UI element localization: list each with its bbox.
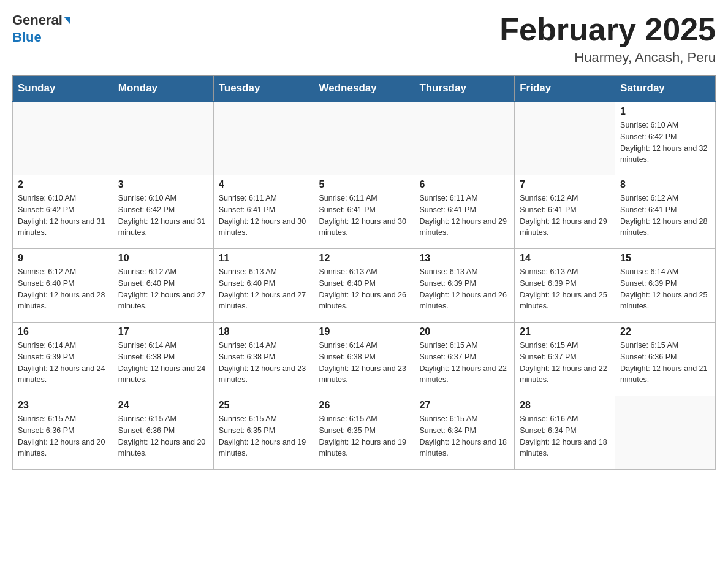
day-info: Sunrise: 6:13 AM Sunset: 6:40 PM Dayligh…	[319, 266, 409, 312]
calendar-cell: 28Sunrise: 6:16 AM Sunset: 6:34 PM Dayli…	[515, 396, 615, 470]
calendar-cell: 11Sunrise: 6:13 AM Sunset: 6:40 PM Dayli…	[213, 249, 314, 323]
day-number: 16	[18, 326, 108, 337]
page-header: General Blue February 2025 Huarmey, Anca…	[12, 12, 716, 66]
calendar-cell: 18Sunrise: 6:14 AM Sunset: 6:38 PM Dayli…	[213, 323, 314, 396]
day-info: Sunrise: 6:12 AM Sunset: 6:41 PM Dayligh…	[520, 193, 610, 239]
day-info: Sunrise: 6:14 AM Sunset: 6:39 PM Dayligh…	[620, 266, 710, 312]
day-number: 14	[520, 253, 610, 264]
logo: General Blue	[12, 12, 70, 45]
calendar-cell: 10Sunrise: 6:12 AM Sunset: 6:40 PM Dayli…	[113, 249, 213, 323]
day-info: Sunrise: 6:15 AM Sunset: 6:34 PM Dayligh…	[419, 413, 509, 459]
calendar-cell	[615, 396, 716, 470]
day-number: 2	[18, 179, 108, 190]
day-info: Sunrise: 6:14 AM Sunset: 6:38 PM Dayligh…	[319, 340, 409, 386]
day-info: Sunrise: 6:15 AM Sunset: 6:36 PM Dayligh…	[18, 413, 108, 459]
calendar-cell	[314, 102, 414, 175]
calendar-week-1: 2Sunrise: 6:10 AM Sunset: 6:42 PM Daylig…	[13, 175, 716, 249]
day-number: 26	[319, 400, 409, 411]
calendar-cell: 19Sunrise: 6:14 AM Sunset: 6:38 PM Dayli…	[314, 323, 414, 396]
day-number: 1	[620, 106, 710, 117]
day-number: 18	[219, 326, 309, 337]
calendar-header-row: SundayMondayTuesdayWednesdayThursdayFrid…	[13, 76, 716, 102]
day-header-friday: Friday	[515, 76, 615, 102]
calendar-cell: 1Sunrise: 6:10 AM Sunset: 6:42 PM Daylig…	[615, 102, 716, 175]
calendar-cell: 15Sunrise: 6:14 AM Sunset: 6:39 PM Dayli…	[615, 249, 716, 323]
day-header-saturday: Saturday	[615, 76, 716, 102]
day-info: Sunrise: 6:13 AM Sunset: 6:40 PM Dayligh…	[219, 266, 309, 312]
calendar-cell: 8Sunrise: 6:12 AM Sunset: 6:41 PM Daylig…	[615, 175, 716, 249]
month-title: February 2025	[499, 12, 716, 47]
calendar-cell: 17Sunrise: 6:14 AM Sunset: 6:38 PM Dayli…	[113, 323, 213, 396]
calendar-cell	[113, 102, 213, 175]
day-number: 7	[520, 179, 610, 190]
day-info: Sunrise: 6:12 AM Sunset: 6:41 PM Dayligh…	[620, 193, 710, 239]
day-info: Sunrise: 6:14 AM Sunset: 6:39 PM Dayligh…	[18, 340, 108, 386]
day-number: 19	[319, 326, 409, 337]
day-info: Sunrise: 6:15 AM Sunset: 6:36 PM Dayligh…	[118, 413, 208, 459]
day-number: 28	[520, 400, 610, 411]
calendar-cell: 24Sunrise: 6:15 AM Sunset: 6:36 PM Dayli…	[113, 396, 213, 470]
calendar-cell: 12Sunrise: 6:13 AM Sunset: 6:40 PM Dayli…	[314, 249, 414, 323]
day-info: Sunrise: 6:10 AM Sunset: 6:42 PM Dayligh…	[18, 193, 108, 239]
day-header-monday: Monday	[113, 76, 213, 102]
calendar-cell	[13, 102, 113, 175]
calendar-cell: 23Sunrise: 6:15 AM Sunset: 6:36 PM Dayli…	[13, 396, 113, 470]
day-info: Sunrise: 6:12 AM Sunset: 6:40 PM Dayligh…	[18, 266, 108, 312]
calendar-cell: 25Sunrise: 6:15 AM Sunset: 6:35 PM Dayli…	[213, 396, 314, 470]
calendar-cell: 5Sunrise: 6:11 AM Sunset: 6:41 PM Daylig…	[314, 175, 414, 249]
day-number: 6	[419, 179, 509, 190]
day-header-wednesday: Wednesday	[314, 76, 414, 102]
day-number: 5	[319, 179, 409, 190]
logo-blue-text: Blue	[12, 29, 42, 45]
calendar-week-2: 9Sunrise: 6:12 AM Sunset: 6:40 PM Daylig…	[13, 249, 716, 323]
calendar-cell: 16Sunrise: 6:14 AM Sunset: 6:39 PM Dayli…	[13, 323, 113, 396]
day-header-thursday: Thursday	[414, 76, 515, 102]
calendar-table: SundayMondayTuesdayWednesdayThursdayFrid…	[12, 75, 716, 470]
day-number: 11	[219, 253, 309, 264]
day-info: Sunrise: 6:15 AM Sunset: 6:35 PM Dayligh…	[319, 413, 409, 459]
day-info: Sunrise: 6:16 AM Sunset: 6:34 PM Dayligh…	[520, 413, 610, 459]
calendar-cell: 9Sunrise: 6:12 AM Sunset: 6:40 PM Daylig…	[13, 249, 113, 323]
day-info: Sunrise: 6:15 AM Sunset: 6:36 PM Dayligh…	[620, 340, 710, 386]
day-info: Sunrise: 6:10 AM Sunset: 6:42 PM Dayligh…	[118, 193, 208, 239]
day-info: Sunrise: 6:11 AM Sunset: 6:41 PM Dayligh…	[319, 193, 409, 239]
calendar-cell: 20Sunrise: 6:15 AM Sunset: 6:37 PM Dayli…	[414, 323, 515, 396]
calendar-cell	[414, 102, 515, 175]
day-info: Sunrise: 6:10 AM Sunset: 6:42 PM Dayligh…	[620, 120, 710, 166]
logo-arrow-icon	[64, 17, 70, 24]
calendar-week-0: 1Sunrise: 6:10 AM Sunset: 6:42 PM Daylig…	[13, 102, 716, 175]
day-number: 27	[419, 400, 509, 411]
day-info: Sunrise: 6:14 AM Sunset: 6:38 PM Dayligh…	[118, 340, 208, 386]
day-header-tuesday: Tuesday	[213, 76, 314, 102]
day-number: 10	[118, 253, 208, 264]
day-number: 24	[118, 400, 208, 411]
day-number: 13	[419, 253, 509, 264]
day-info: Sunrise: 6:11 AM Sunset: 6:41 PM Dayligh…	[219, 193, 309, 239]
day-number: 9	[18, 253, 108, 264]
day-number: 20	[419, 326, 509, 337]
calendar-cell: 27Sunrise: 6:15 AM Sunset: 6:34 PM Dayli…	[414, 396, 515, 470]
calendar-week-4: 23Sunrise: 6:15 AM Sunset: 6:36 PM Dayli…	[13, 396, 716, 470]
day-info: Sunrise: 6:12 AM Sunset: 6:40 PM Dayligh…	[118, 266, 208, 312]
day-info: Sunrise: 6:11 AM Sunset: 6:41 PM Dayligh…	[419, 193, 509, 239]
calendar-cell: 7Sunrise: 6:12 AM Sunset: 6:41 PM Daylig…	[515, 175, 615, 249]
day-info: Sunrise: 6:14 AM Sunset: 6:38 PM Dayligh…	[219, 340, 309, 386]
calendar-cell: 4Sunrise: 6:11 AM Sunset: 6:41 PM Daylig…	[213, 175, 314, 249]
calendar-cell: 21Sunrise: 6:15 AM Sunset: 6:37 PM Dayli…	[515, 323, 615, 396]
day-info: Sunrise: 6:13 AM Sunset: 6:39 PM Dayligh…	[419, 266, 509, 312]
day-number: 22	[620, 326, 710, 337]
day-info: Sunrise: 6:13 AM Sunset: 6:39 PM Dayligh…	[520, 266, 610, 312]
calendar-cell: 26Sunrise: 6:15 AM Sunset: 6:35 PM Dayli…	[314, 396, 414, 470]
calendar-cell: 6Sunrise: 6:11 AM Sunset: 6:41 PM Daylig…	[414, 175, 515, 249]
calendar-cell	[213, 102, 314, 175]
day-number: 17	[118, 326, 208, 337]
day-number: 12	[319, 253, 409, 264]
calendar-cell: 13Sunrise: 6:13 AM Sunset: 6:39 PM Dayli…	[414, 249, 515, 323]
calendar-cell	[515, 102, 615, 175]
location-subtitle: Huarmey, Ancash, Peru	[499, 50, 716, 66]
calendar-cell: 22Sunrise: 6:15 AM Sunset: 6:36 PM Dayli…	[615, 323, 716, 396]
title-section: February 2025 Huarmey, Ancash, Peru	[499, 12, 716, 66]
day-header-sunday: Sunday	[13, 76, 113, 102]
day-number: 23	[18, 400, 108, 411]
day-number: 8	[620, 179, 710, 190]
